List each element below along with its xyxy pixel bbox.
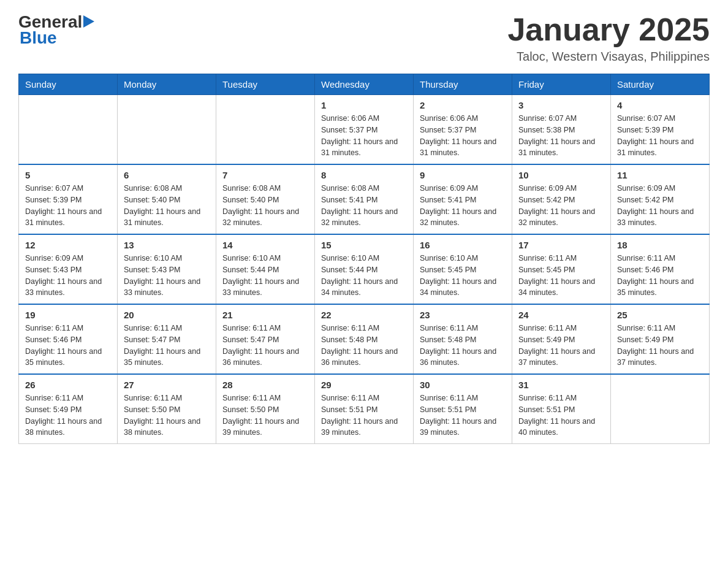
day-number: 11: [617, 170, 703, 180]
day-info: Sunrise: 6:09 AM Sunset: 5:41 PM Dayligh…: [420, 183, 506, 229]
day-info: Sunrise: 6:08 AM Sunset: 5:40 PM Dayligh…: [222, 183, 308, 229]
calendar-cell: 12Sunrise: 6:09 AM Sunset: 5:43 PM Dayli…: [19, 234, 118, 304]
calendar-cell: 4Sunrise: 6:07 AM Sunset: 5:39 PM Daylig…: [611, 95, 710, 165]
day-info: Sunrise: 6:11 AM Sunset: 5:51 PM Dayligh…: [321, 393, 407, 439]
calendar-week-5: 26Sunrise: 6:11 AM Sunset: 5:49 PM Dayli…: [19, 374, 710, 444]
day-number: 31: [518, 380, 604, 390]
svg-marker-0: [83, 15, 94, 28]
day-info: Sunrise: 6:08 AM Sunset: 5:40 PM Dayligh…: [124, 183, 210, 229]
calendar-header-saturday: Saturday: [611, 74, 710, 95]
calendar-cell: 27Sunrise: 6:11 AM Sunset: 5:50 PM Dayli…: [118, 374, 216, 444]
calendar-cell: 8Sunrise: 6:08 AM Sunset: 5:41 PM Daylig…: [315, 164, 414, 234]
calendar-cell: 2Sunrise: 6:06 AM Sunset: 5:37 PM Daylig…: [414, 95, 512, 165]
calendar-table: SundayMondayTuesdayWednesdayThursdayFrid…: [18, 74, 710, 444]
day-number: 6: [124, 170, 210, 180]
calendar-cell: 16Sunrise: 6:10 AM Sunset: 5:45 PM Dayli…: [414, 234, 512, 304]
title-section: January 2025 Taloc, Western Visayas, Phi…: [507, 12, 710, 64]
calendar-cell: 1Sunrise: 6:06 AM Sunset: 5:37 PM Daylig…: [315, 95, 414, 165]
calendar-cell: [19, 95, 118, 165]
calendar-week-2: 5Sunrise: 6:07 AM Sunset: 5:39 PM Daylig…: [19, 164, 710, 234]
calendar-week-3: 12Sunrise: 6:09 AM Sunset: 5:43 PM Dayli…: [19, 234, 710, 304]
day-number: 2: [420, 100, 506, 110]
calendar-header-monday: Monday: [118, 74, 216, 95]
calendar-cell: 20Sunrise: 6:11 AM Sunset: 5:47 PM Dayli…: [118, 304, 216, 374]
day-info: Sunrise: 6:08 AM Sunset: 5:41 PM Dayligh…: [321, 183, 407, 229]
day-number: 13: [124, 240, 210, 250]
day-number: 16: [420, 240, 506, 250]
day-number: 29: [321, 380, 407, 390]
logo-arrow-icon: [83, 15, 94, 28]
day-number: 14: [222, 240, 308, 250]
day-number: 10: [518, 170, 604, 180]
calendar-week-4: 19Sunrise: 6:11 AM Sunset: 5:46 PM Dayli…: [19, 304, 710, 374]
day-info: Sunrise: 6:11 AM Sunset: 5:48 PM Dayligh…: [321, 323, 407, 369]
day-info: Sunrise: 6:11 AM Sunset: 5:48 PM Dayligh…: [420, 323, 506, 369]
day-info: Sunrise: 6:11 AM Sunset: 5:47 PM Dayligh…: [124, 323, 210, 369]
day-number: 3: [518, 100, 604, 110]
day-info: Sunrise: 6:06 AM Sunset: 5:37 PM Dayligh…: [420, 113, 506, 159]
day-number: 23: [420, 310, 506, 320]
calendar-cell: 13Sunrise: 6:10 AM Sunset: 5:43 PM Dayli…: [118, 234, 216, 304]
day-number: 15: [321, 240, 407, 250]
day-info: Sunrise: 6:11 AM Sunset: 5:50 PM Dayligh…: [124, 393, 210, 439]
calendar-cell: 9Sunrise: 6:09 AM Sunset: 5:41 PM Daylig…: [414, 164, 512, 234]
calendar-cell: 17Sunrise: 6:11 AM Sunset: 5:45 PM Dayli…: [512, 234, 611, 304]
calendar-cell: 14Sunrise: 6:10 AM Sunset: 5:44 PM Dayli…: [216, 234, 315, 304]
day-info: Sunrise: 6:10 AM Sunset: 5:44 PM Dayligh…: [222, 253, 308, 299]
calendar-cell: 10Sunrise: 6:09 AM Sunset: 5:42 PM Dayli…: [512, 164, 611, 234]
calendar-cell: 18Sunrise: 6:11 AM Sunset: 5:46 PM Dayli…: [611, 234, 710, 304]
day-info: Sunrise: 6:07 AM Sunset: 5:39 PM Dayligh…: [25, 183, 111, 229]
day-info: Sunrise: 6:10 AM Sunset: 5:45 PM Dayligh…: [420, 253, 506, 299]
logo-blue-text: Blue: [20, 28, 57, 48]
day-info: Sunrise: 6:11 AM Sunset: 5:47 PM Dayligh…: [222, 323, 308, 369]
day-number: 1: [321, 100, 407, 110]
day-number: 9: [420, 170, 506, 180]
calendar-header-thursday: Thursday: [414, 74, 512, 95]
day-number: 26: [25, 380, 111, 390]
calendar-header-tuesday: Tuesday: [216, 74, 315, 95]
day-info: Sunrise: 6:11 AM Sunset: 5:51 PM Dayligh…: [518, 393, 604, 439]
calendar-cell: 28Sunrise: 6:11 AM Sunset: 5:50 PM Dayli…: [216, 374, 315, 444]
day-info: Sunrise: 6:09 AM Sunset: 5:42 PM Dayligh…: [617, 183, 703, 229]
day-info: Sunrise: 6:11 AM Sunset: 5:46 PM Dayligh…: [617, 253, 703, 299]
calendar-cell: [118, 95, 216, 165]
calendar-cell: 25Sunrise: 6:11 AM Sunset: 5:49 PM Dayli…: [611, 304, 710, 374]
day-info: Sunrise: 6:07 AM Sunset: 5:39 PM Dayligh…: [617, 113, 703, 159]
day-number: 17: [518, 240, 604, 250]
calendar-week-1: 1Sunrise: 6:06 AM Sunset: 5:37 PM Daylig…: [19, 95, 710, 165]
day-info: Sunrise: 6:11 AM Sunset: 5:49 PM Dayligh…: [25, 393, 111, 439]
day-number: 30: [420, 380, 506, 390]
day-number: 4: [617, 100, 703, 110]
calendar-cell: 6Sunrise: 6:08 AM Sunset: 5:40 PM Daylig…: [118, 164, 216, 234]
calendar-header-friday: Friday: [512, 74, 611, 95]
day-number: 19: [25, 310, 111, 320]
main-title: January 2025: [507, 12, 710, 47]
day-info: Sunrise: 6:11 AM Sunset: 5:49 PM Dayligh…: [518, 323, 604, 369]
calendar-cell: 3Sunrise: 6:07 AM Sunset: 5:38 PM Daylig…: [512, 95, 611, 165]
calendar-cell: 7Sunrise: 6:08 AM Sunset: 5:40 PM Daylig…: [216, 164, 315, 234]
day-info: Sunrise: 6:11 AM Sunset: 5:50 PM Dayligh…: [222, 393, 308, 439]
day-number: 18: [617, 240, 703, 250]
day-info: Sunrise: 6:09 AM Sunset: 5:43 PM Dayligh…: [25, 253, 111, 299]
page-header: General Blue January 2025 Taloc, Western…: [18, 12, 710, 64]
day-number: 24: [518, 310, 604, 320]
day-number: 8: [321, 170, 407, 180]
calendar-cell: 23Sunrise: 6:11 AM Sunset: 5:48 PM Dayli…: [414, 304, 512, 374]
day-info: Sunrise: 6:09 AM Sunset: 5:42 PM Dayligh…: [518, 183, 604, 229]
day-number: 20: [124, 310, 210, 320]
calendar-cell: 30Sunrise: 6:11 AM Sunset: 5:51 PM Dayli…: [414, 374, 512, 444]
day-info: Sunrise: 6:07 AM Sunset: 5:38 PM Dayligh…: [518, 113, 604, 159]
calendar-cell: 19Sunrise: 6:11 AM Sunset: 5:46 PM Dayli…: [19, 304, 118, 374]
day-info: Sunrise: 6:11 AM Sunset: 5:46 PM Dayligh…: [25, 323, 111, 369]
day-info: Sunrise: 6:11 AM Sunset: 5:49 PM Dayligh…: [617, 323, 703, 369]
day-number: 12: [25, 240, 111, 250]
subtitle: Taloc, Western Visayas, Philippines: [507, 50, 710, 64]
calendar-cell: 22Sunrise: 6:11 AM Sunset: 5:48 PM Dayli…: [315, 304, 414, 374]
day-number: 5: [25, 170, 111, 180]
calendar-cell: 21Sunrise: 6:11 AM Sunset: 5:47 PM Dayli…: [216, 304, 315, 374]
calendar-cell: 24Sunrise: 6:11 AM Sunset: 5:49 PM Dayli…: [512, 304, 611, 374]
calendar-cell: 5Sunrise: 6:07 AM Sunset: 5:39 PM Daylig…: [19, 164, 118, 234]
day-number: 22: [321, 310, 407, 320]
calendar-header-row: SundayMondayTuesdayWednesdayThursdayFrid…: [19, 74, 710, 95]
day-info: Sunrise: 6:10 AM Sunset: 5:43 PM Dayligh…: [124, 253, 210, 299]
